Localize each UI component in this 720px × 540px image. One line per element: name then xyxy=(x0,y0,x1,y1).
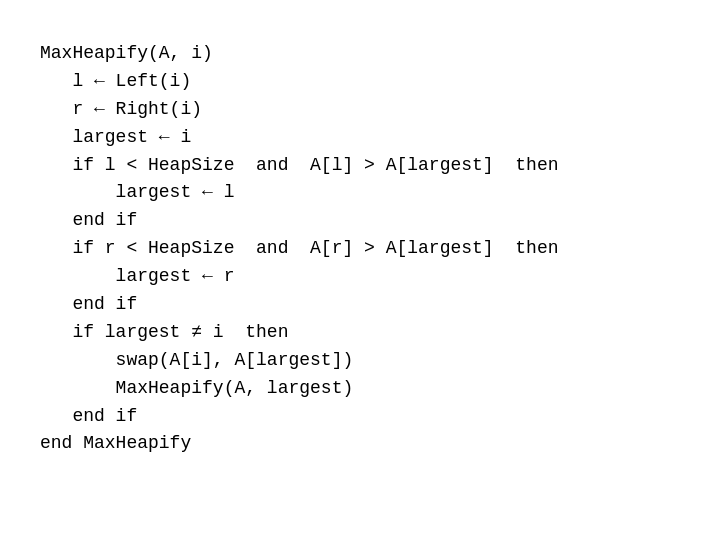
code-line: if largest ≠ i then xyxy=(40,322,288,342)
code-line: end if xyxy=(40,406,137,426)
code-display: MaxHeapify(A, i) l ← Left(i) r ← Right(i… xyxy=(40,40,558,458)
code-line: if l < HeapSize and A[l] > A[largest] th… xyxy=(40,155,558,175)
code-line: MaxHeapify(A, i) xyxy=(40,43,213,63)
code-line: MaxHeapify(A, largest) xyxy=(40,378,353,398)
code-line: largest ← i xyxy=(40,127,191,147)
code-line: l ← Left(i) xyxy=(40,71,191,91)
code-line: swap(A[i], A[largest]) xyxy=(40,350,353,370)
code-line: end MaxHeapify xyxy=(40,433,191,453)
code-line: end if xyxy=(40,294,137,314)
code-line: largest ← l xyxy=(40,182,234,202)
code-line: largest ← r xyxy=(40,266,234,286)
code-line: end if xyxy=(40,210,137,230)
code-line: if r < HeapSize and A[r] > A[largest] th… xyxy=(40,238,558,258)
code-line: r ← Right(i) xyxy=(40,99,202,119)
